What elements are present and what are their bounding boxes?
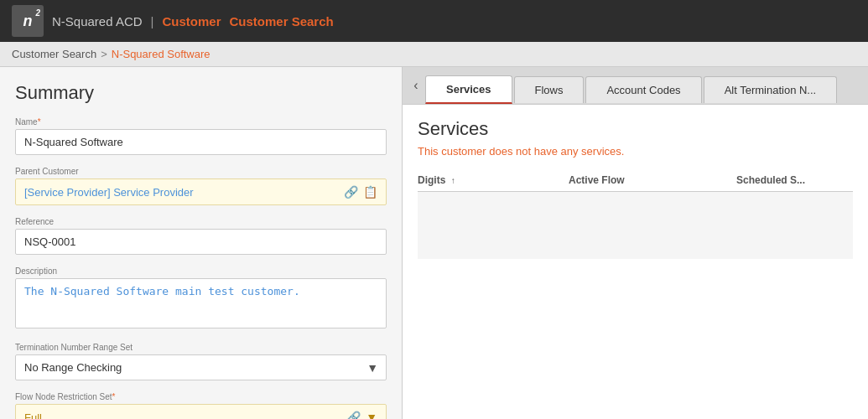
breadcrumb-current: N-Squared Software	[112, 48, 211, 60]
parent-label: Parent Customer	[15, 167, 387, 176]
app-name: N-Squared ACD	[52, 14, 143, 28]
breadcrumb-item1[interactable]: Customer Search	[12, 48, 96, 60]
col-active-flow[interactable]: Active Flow	[569, 174, 736, 186]
flow-value: Full	[24, 411, 42, 420]
termination-select-wrapper: No Range Checking ▼	[15, 354, 387, 380]
termination-select[interactable]: No Range Checking	[15, 354, 387, 380]
parent-customer-input[interactable]: [Service Provider] Service Provider 🔗 📋	[15, 178, 387, 205]
col-digits[interactable]: Digits ↑	[418, 174, 569, 186]
parent-icons: 🔗 📋	[344, 185, 377, 199]
flow-label: Flow Node Restriction Set*	[15, 392, 387, 401]
flow-link-icon[interactable]: 🔗	[346, 411, 361, 419]
termination-label: Termination Number Range Set	[15, 343, 387, 352]
services-tab-content: Services This customer does not have any…	[403, 105, 868, 419]
termination-field-group: Termination Number Range Set No Range Ch…	[15, 343, 387, 380]
tab-services[interactable]: Services	[425, 75, 512, 104]
right-panel: ‹ Services Flows Account Codes Alt Termi…	[403, 67, 868, 419]
reference-input[interactable]	[15, 229, 387, 255]
header-search-link[interactable]: Customer Search	[229, 14, 333, 28]
digits-sort-icon: ↑	[451, 176, 455, 185]
services-table-body	[418, 192, 853, 259]
summary-title: Summary	[15, 82, 387, 104]
flow-input[interactable]: Full 🔗 ▼	[15, 404, 387, 419]
edit-icon[interactable]: 📋	[363, 185, 377, 199]
tabs-row: ‹ Services Flows Account Codes Alt Termi…	[403, 67, 868, 105]
name-input[interactable]	[15, 129, 387, 155]
reference-label: Reference	[15, 217, 387, 226]
link-icon[interactable]: 🔗	[344, 185, 358, 199]
description-field-group: Description The N-Squared Software main …	[15, 266, 387, 331]
tab-flows[interactable]: Flows	[514, 76, 585, 103]
services-table-header: Digits ↑ Active Flow Scheduled S...	[418, 169, 853, 192]
flow-dropdown-icon[interactable]: ▼	[366, 411, 377, 419]
parent-customer-value: [Service Provider] Service Provider	[24, 186, 194, 199]
description-textarea[interactable]: The N-Squared Software main test custome…	[15, 278, 387, 328]
parent-customer-field-group: Parent Customer [Service Provider] Servi…	[15, 167, 387, 205]
header-separator: |	[151, 14, 154, 28]
tab-chevron-left[interactable]: ‹	[407, 78, 425, 101]
reference-field-group: Reference	[15, 217, 387, 255]
app-header: n 2 N-Squared ACD | Customer Customer Se…	[0, 0, 868, 42]
col-scheduled[interactable]: Scheduled S...	[736, 174, 853, 186]
main-layout: Summary Name* Parent Customer [Service P…	[0, 67, 868, 419]
breadcrumb-separator: >	[101, 48, 107, 60]
app-logo: n 2	[12, 5, 44, 37]
tab-alt-termination[interactable]: Alt Termination N...	[704, 76, 838, 103]
services-empty-message: This customer does not have any services…	[418, 145, 853, 158]
summary-panel: Summary Name* Parent Customer [Service P…	[0, 67, 403, 419]
flow-icons: 🔗 ▼	[346, 411, 377, 419]
breadcrumb: Customer Search > N-Squared Software	[0, 42, 868, 67]
name-label: Name*	[15, 117, 387, 127]
services-title: Services	[418, 118, 853, 140]
header-customer-link[interactable]: Customer	[162, 14, 221, 28]
logo-letter: n	[23, 13, 33, 30]
flow-field-group: Flow Node Restriction Set* Full 🔗 ▼	[15, 392, 387, 419]
name-field-group: Name*	[15, 117, 387, 155]
logo-sup: 2	[35, 8, 40, 18]
description-label: Description	[15, 266, 387, 276]
tab-account-codes[interactable]: Account Codes	[585, 76, 701, 103]
